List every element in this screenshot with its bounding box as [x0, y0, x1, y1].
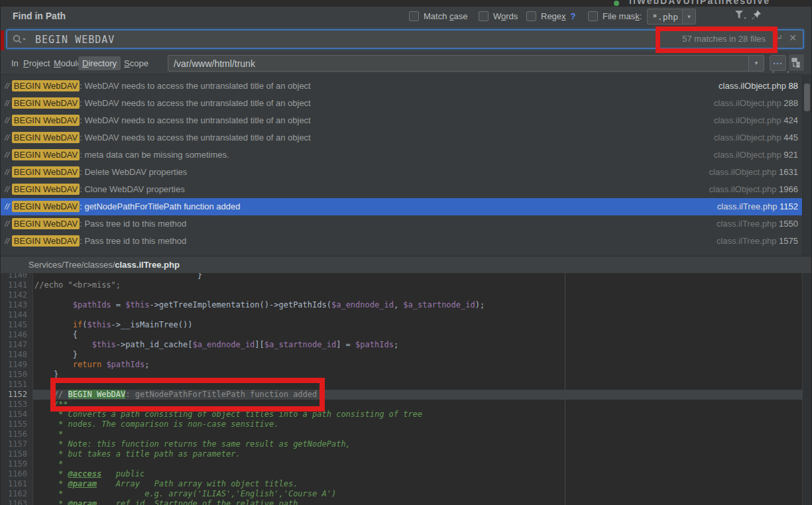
code-token: ->path_id_cache[: [116, 340, 193, 349]
code-line[interactable]: 1141//echo "<br>miss";: [1, 280, 803, 290]
scope-tab-project[interactable]: Project: [19, 56, 54, 70]
result-text: // BEGIN WebDAV: Delete WebDAV propertie…: [5, 164, 709, 181]
code-text: }: [33, 273, 803, 280]
scope-tab-scope[interactable]: Scope: [120, 56, 152, 70]
result-row[interactable]: // BEGIN WebDAV: getNodePathForTitlePath…: [1, 198, 811, 215]
scope-tab-directory[interactable]: Directory: [78, 56, 121, 70]
line-number: 1144: [1, 310, 33, 320]
code-line[interactable]: 1146 {: [1, 330, 803, 340]
code-line[interactable]: 1147 $this->path_id_cache[$a_endnode_id]…: [1, 340, 803, 350]
scrollbar-thumb[interactable]: [804, 84, 810, 111]
result-text: // BEGIN WebDAV: Pass tree id to this me…: [5, 233, 717, 250]
file-mask-label: File mask:: [603, 11, 642, 21]
code-token: {: [34, 330, 78, 339]
code-line[interactable]: 1143 $pathIds = $this->getTreeImplementa…: [1, 300, 803, 310]
search-icon[interactable]: [13, 34, 27, 47]
code-line[interactable]: 1149 return $pathIds;: [1, 360, 803, 370]
result-description: : Delete WebDAV properties: [80, 167, 187, 177]
code-line[interactable]: 1155 * nodes. The comparison is non-case…: [1, 420, 803, 429]
code-line[interactable]: 1145 if($this->__isMainTree()): [1, 320, 803, 330]
code-line[interactable]: 1156 *: [1, 429, 803, 439]
scope-in-label: In: [11, 58, 19, 68]
code-line[interactable]: 1157 * Note: this function returns the s…: [1, 439, 803, 449]
option-match-case[interactable]: Match case: [409, 11, 467, 21]
directory-combo[interactable]: ▼: [168, 55, 764, 72]
newline-icon[interactable]: ↵: [775, 32, 783, 43]
result-location: class.ilObject.php 424: [714, 112, 798, 129]
result-row[interactable]: // BEGIN WebDAV: WebDAV needs to access …: [1, 78, 811, 95]
chevron-down-icon[interactable]: ▼: [748, 56, 764, 71]
search-input[interactable]: [34, 32, 567, 48]
words-checkbox[interactable]: [479, 11, 489, 21]
file-mask-checkbox[interactable]: [588, 11, 598, 21]
result-line-number: 921: [782, 150, 798, 160]
code-text: {: [33, 330, 803, 340]
option-file-mask[interactable]: File mask:: [588, 11, 642, 21]
pin-icon[interactable]: [750, 9, 762, 21]
result-description: : Pass tree id to this method: [80, 219, 186, 229]
code-line[interactable]: 1140 }: [1, 273, 803, 280]
code-line[interactable]: 1163 * @param ref_id Startnode of the re…: [1, 499, 803, 505]
code-line[interactable]: 1158 * but takes a title path as paramet…: [1, 449, 803, 459]
code-line[interactable]: 1150 }: [1, 370, 803, 380]
code-token: *: [34, 429, 63, 439]
code-token: }: [34, 350, 78, 359]
match-case-checkbox[interactable]: [409, 11, 419, 21]
result-row[interactable]: // BEGIN WebDAV: WebDAV needs to access …: [1, 112, 811, 129]
search-field[interactable]: 57 matches in 28 files ↵ ✕: [6, 29, 804, 49]
code-line[interactable]: 1162 * e.g. array('ILIAS','English','Cou…: [1, 489, 803, 499]
line-number: 1151: [1, 380, 33, 390]
result-description: : Pass tree id to this method: [80, 236, 186, 246]
comment-prefix: //: [5, 219, 12, 229]
result-file-name: class.ilObject.php: [714, 115, 782, 125]
chevron-down-icon[interactable]: ▼: [682, 9, 695, 24]
code-line[interactable]: 1153 /**: [1, 400, 803, 410]
code-line[interactable]: 1142: [1, 290, 803, 300]
browse-directory-button[interactable]: ...: [770, 55, 786, 71]
result-row[interactable]: // BEGIN WebDAV: Delete WebDAV propertie…: [1, 164, 811, 181]
result-row[interactable]: // BEGIN WebDAV: Pass tree id to this me…: [1, 215, 811, 233]
code-text: *: [33, 429, 803, 439]
result-row[interactable]: // BEGIN WebDAV: Clone WebDAV properties…: [1, 181, 811, 198]
line-number: 1141: [1, 280, 33, 290]
code-text: // BEGIN WebDAV: getNodePathForTitlePath…: [33, 390, 803, 400]
code-token: @param: [68, 479, 97, 488]
code-line[interactable]: 1161 * @param Array Path array with obje…: [1, 479, 803, 489]
code-line[interactable]: 1159 *: [1, 459, 803, 469]
code-line[interactable]: 1152 // BEGIN WebDAV: getNodePathForTitl…: [1, 390, 803, 400]
match-highlight: BEGIN WebDAV: [12, 166, 80, 178]
line-number: 1153: [1, 400, 33, 410]
comment-prefix: //: [5, 115, 12, 125]
code-line[interactable]: 1154 * Converts a path consisting of obj…: [1, 410, 803, 420]
code-token: *: [34, 469, 68, 478]
code-token: }: [34, 370, 58, 379]
directory-path-input[interactable]: [168, 58, 748, 70]
code-line[interactable]: 1160 * @access public: [1, 469, 803, 479]
code-line[interactable]: 1148 }: [1, 350, 803, 360]
result-row[interactable]: // BEGIN WebDAV: meta data can be missin…: [1, 146, 811, 164]
result-row[interactable]: // BEGIN WebDAV: WebDAV needs to access …: [1, 129, 811, 146]
regex-help-icon[interactable]: ?: [571, 11, 576, 21]
code-line[interactable]: 1144: [1, 310, 803, 320]
background-tab-title: ilWebDAVUriPathResolve: [629, 0, 770, 6]
editor-scrollbar[interactable]: [802, 273, 811, 505]
results-scrollbar[interactable]: [802, 74, 811, 256]
result-line-number: 88: [786, 81, 798, 91]
code-token: ref_id Startnode of the relative path: [97, 499, 298, 505]
code-line[interactable]: 1151: [1, 380, 803, 390]
code-token: [34, 360, 73, 369]
option-words[interactable]: Words: [479, 11, 518, 21]
result-line-number: 445: [782, 133, 798, 142]
regex-checkbox[interactable]: [526, 11, 536, 21]
option-regex[interactable]: Regex?: [526, 11, 576, 21]
code-preview-editor[interactable]: 1140 }1141//echo "<br>miss";11421143 $pa…: [1, 273, 811, 505]
directory-tree-button[interactable]: [789, 54, 804, 71]
file-mask-value[interactable]: *.php: [648, 12, 682, 22]
scope-row: In ProjectModuleDirectoryScope ▼ ...: [1, 53, 811, 74]
filter-icon[interactable]: [734, 9, 747, 21]
find-in-path-window: ilWebDAVUriPathResolve Find in Path Matc…: [0, 0, 812, 505]
result-row[interactable]: // BEGIN WebDAV: Pass tree id to this me…: [1, 233, 811, 250]
file-mask-combo[interactable]: *.php ▼: [647, 9, 696, 25]
result-row[interactable]: // BEGIN WebDAV: WebDAV needs to access …: [1, 95, 811, 112]
clear-search-icon[interactable]: ✕: [789, 32, 797, 43]
